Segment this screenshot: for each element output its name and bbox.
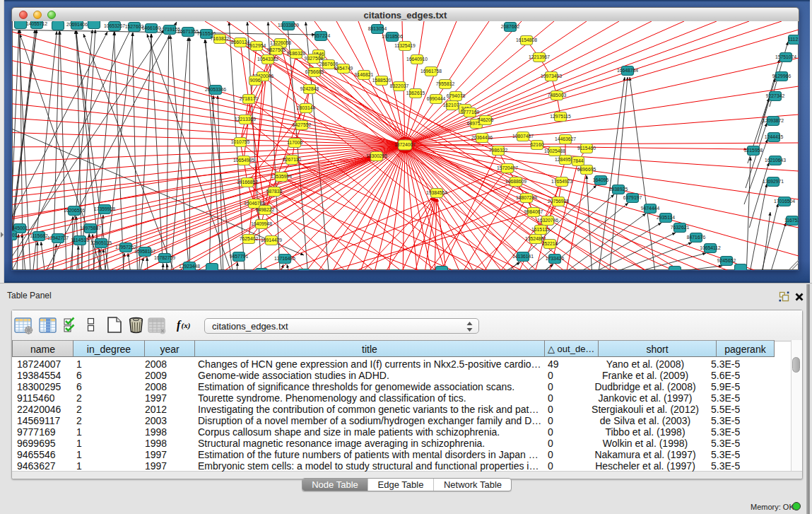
svg-text:15751074: 15751074	[775, 54, 796, 59]
svg-text:6990444: 6990444	[427, 96, 446, 101]
svg-text:6756685: 6756685	[305, 69, 324, 74]
svg-text:10688609: 10688609	[505, 179, 526, 184]
svg-text:2087662: 2087662	[501, 24, 520, 29]
svg-text:17654923: 17654923	[551, 179, 572, 184]
svg-text:9498222: 9498222	[256, 207, 275, 212]
svg-text:9242848: 9242848	[300, 86, 319, 91]
svg-text:20364436: 20364436	[471, 135, 493, 140]
svg-text:9474444: 9474444	[641, 206, 660, 211]
svg-text:10654112: 10654112	[700, 245, 721, 250]
svg-text:8267110: 8267110	[283, 157, 301, 162]
svg-text:9984067: 9984067	[524, 209, 543, 214]
svg-text:16409948: 16409948	[251, 221, 272, 226]
svg-text:16961758: 16961758	[420, 69, 442, 74]
svg-text:9327508: 9327508	[305, 56, 324, 61]
svg-text:9245652: 9245652	[717, 258, 736, 263]
svg-text:10543382: 10543382	[257, 57, 278, 62]
svg-text:2803144: 2803144	[297, 105, 316, 110]
svg-text:1244415: 1244415	[765, 134, 784, 139]
svg-text:8454749: 8454749	[334, 66, 353, 71]
svg-text:14463627: 14463627	[555, 136, 576, 141]
svg-text:9129966: 9129966	[772, 74, 792, 78]
svg-text:13226058: 13226058	[270, 40, 291, 45]
svg-text:9827505: 9827505	[267, 47, 286, 52]
svg-text:845001: 845001	[12, 226, 28, 230]
svg-text:12093872: 12093872	[763, 118, 784, 123]
svg-text:7485003: 7485003	[548, 93, 567, 98]
svg-text:117006: 117006	[287, 140, 302, 145]
svg-text:16914479: 16914479	[261, 238, 282, 243]
svg-text:10973493: 10973493	[541, 74, 562, 78]
svg-text:6794078: 6794078	[447, 93, 466, 98]
svg-text:11325419: 11325419	[394, 43, 416, 48]
svg-text:17957252: 17957252	[115, 245, 136, 250]
svg-text:16210643: 16210643	[765, 158, 786, 163]
svg-text:7357224: 7357224	[312, 33, 331, 38]
svg-text:12213967: 12213967	[529, 54, 550, 59]
svg-text:8322037: 8322037	[390, 83, 409, 88]
svg-text:8938925: 8938925	[609, 187, 628, 192]
svg-text:10958147: 10958147	[134, 249, 155, 254]
svg-text:8813054: 8813054	[368, 26, 387, 31]
svg-text:13692971: 13692971	[763, 179, 784, 184]
svg-text:164095: 164095	[593, 177, 609, 182]
svg-text:1010755: 1010755	[231, 139, 250, 144]
svg-text:20053346: 20053346	[205, 87, 226, 92]
svg-text:1588520: 1588520	[372, 78, 392, 83]
svg-text:7515546: 7515546	[197, 31, 216, 36]
svg-text:14136141: 14136141	[512, 254, 534, 259]
svg-text:10653267: 10653267	[104, 23, 125, 28]
svg-text:16782759: 16782759	[154, 255, 175, 260]
svg-text:8427552: 8427552	[293, 122, 312, 127]
svg-text:10654985: 10654985	[233, 158, 254, 163]
svg-text:18807249: 18807249	[516, 195, 537, 200]
svg-text:7163822: 7163822	[211, 36, 230, 41]
svg-text:1114513: 1114513	[71, 238, 89, 243]
svg-text:587833: 587833	[266, 189, 283, 194]
svg-text:16320746: 16320746	[537, 218, 558, 223]
svg-text:9115460: 9115460	[577, 146, 596, 151]
svg-text:9096: 9096	[249, 78, 260, 83]
svg-text:3215958: 3215958	[744, 148, 763, 153]
svg-text:11121: 11121	[788, 37, 799, 42]
svg-text:7844: 7844	[572, 158, 583, 163]
svg-text:9777169: 9777169	[461, 110, 480, 115]
svg-text:16671355: 16671355	[177, 29, 199, 34]
svg-text:6896695: 6896695	[577, 167, 596, 172]
svg-text:62160: 62160	[531, 142, 544, 147]
svg-text:2935114: 2935114	[657, 215, 675, 220]
svg-text:1615112: 1615112	[531, 227, 550, 232]
svg-text:7955812: 7955812	[436, 81, 455, 86]
svg-text:12942737: 12942737	[47, 235, 69, 240]
svg-text:20756928: 20756928	[548, 199, 569, 204]
svg-text:16640910: 16640910	[406, 57, 428, 62]
svg-text:13524861: 13524861	[525, 236, 546, 241]
svg-text:13716485: 13716485	[274, 256, 295, 261]
svg-text:8471676: 8471676	[687, 235, 706, 240]
svg-text:19384554: 19384554	[426, 190, 447, 195]
svg-text:18724007: 18724007	[394, 142, 416, 147]
svg-text:15720407: 15720407	[497, 165, 518, 170]
svg-text:16154808: 16154808	[516, 37, 537, 42]
svg-text:12975115: 12975115	[550, 114, 571, 119]
svg-text:2718170: 2718170	[240, 96, 259, 101]
svg-text:6379197: 6379197	[623, 195, 642, 200]
svg-text:18300295: 18300295	[366, 153, 387, 158]
svg-text:16206576: 16206576	[64, 208, 85, 213]
svg-text:(x): (x)	[182, 321, 191, 330]
svg-text:1362615: 1362615	[406, 90, 425, 95]
svg-text:746206: 746206	[478, 117, 494, 122]
svg-text:19218506: 19218506	[382, 34, 403, 39]
svg-text:12923448: 12923448	[179, 264, 200, 269]
svg-text:116753: 116753	[784, 218, 799, 223]
svg-text:12905135: 12905135	[90, 240, 112, 245]
svg-text:39101: 39101	[12, 233, 18, 238]
svg-text:18033809: 18033809	[278, 23, 299, 28]
svg-text:7986322: 7986322	[489, 148, 508, 153]
svg-text:17359938: 17359938	[94, 206, 115, 211]
svg-text:1527602: 1527602	[125, 24, 144, 29]
svg-text:13535994: 13535994	[271, 174, 292, 179]
svg-text:252214: 252214	[542, 241, 558, 246]
svg-text:14055712: 14055712	[26, 21, 47, 26]
svg-text:16648784: 16648784	[617, 68, 638, 73]
